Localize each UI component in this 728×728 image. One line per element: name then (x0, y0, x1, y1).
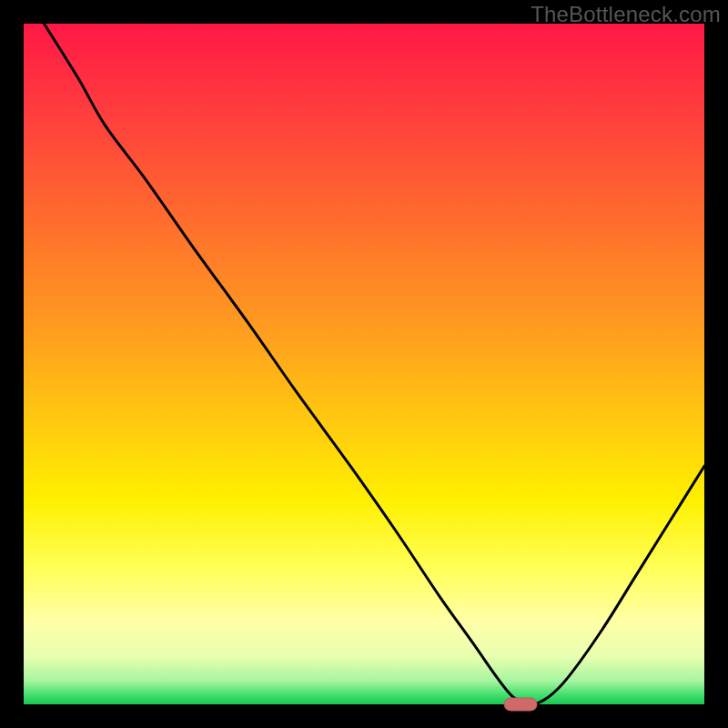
watermark-text: TheBottleneck.com (531, 2, 721, 27)
chart-background (24, 24, 704, 704)
chart-container: TheBottleneck.com (0, 0, 728, 728)
optimum-marker (504, 698, 537, 711)
bottleneck-chart (0, 0, 728, 728)
